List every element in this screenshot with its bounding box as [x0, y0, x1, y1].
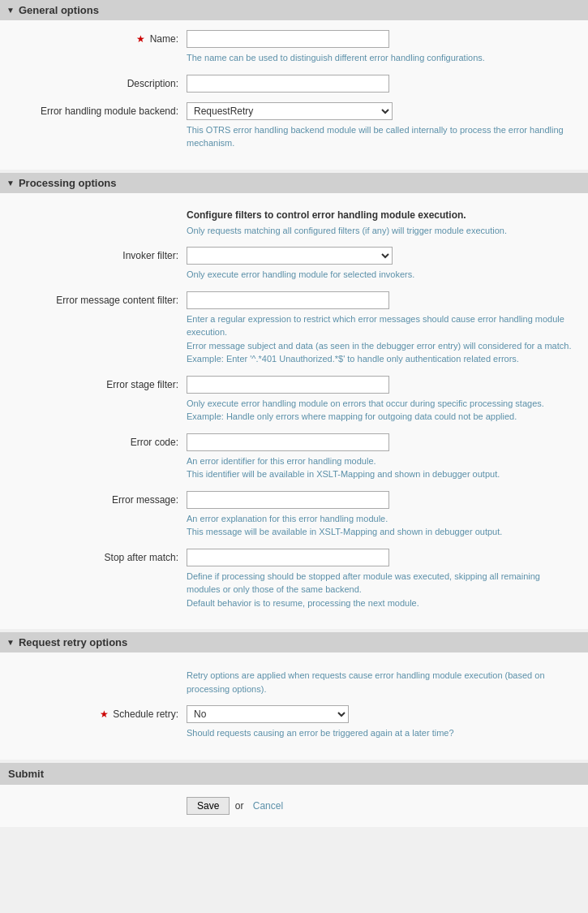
schedule-retry-content: No Should requests causing an error be t… [187, 705, 588, 740]
retry-options-arrow: ▼ [6, 638, 15, 647]
name-field-content: The name can be used to distinguish diff… [187, 30, 588, 65]
invoker-filter-label: Invoker filter: [0, 247, 187, 261]
retry-info-text: Retry options are applied when requests … [187, 669, 576, 696]
error-code-help: An error identifier for this error handl… [187, 454, 576, 481]
error-stage-filter-row: Error stage filter: Only execute error h… [0, 376, 588, 424]
schedule-retry-required-star: ★ [100, 708, 109, 720]
name-required-star: ★ [136, 33, 145, 45]
processing-options-arrow: ▼ [6, 179, 15, 187]
stop-after-match-label: Stop after match: [0, 549, 187, 563]
name-input[interactable] [187, 30, 389, 48]
general-options-arrow: ▼ [6, 6, 15, 15]
stop-after-match-help: Define if processing should be stopped a… [187, 570, 576, 610]
invoker-filter-select[interactable] [187, 247, 393, 265]
name-label: ★ Name: [0, 30, 187, 45]
submit-title: Submit [8, 768, 44, 780]
error-message-input[interactable] [187, 491, 389, 509]
submit-actions: Save or Cancel [0, 785, 588, 827]
schedule-retry-select[interactable]: No [187, 705, 349, 723]
processing-info-block: Configure filters to control error handl… [0, 203, 588, 248]
processing-info-sub: Only requests matching all configured fi… [187, 224, 576, 238]
schedule-retry-label: ★ Schedule retry: [0, 705, 187, 720]
error-stage-filter-input[interactable] [187, 376, 389, 394]
invoker-filter-help: Only execute error handling module for s… [187, 268, 576, 282]
error-message-filter-help: Enter a regular expression to restrict w… [187, 312, 576, 366]
or-text: or [235, 800, 244, 812]
error-message-filter-content: Enter a regular expression to restrict w… [187, 291, 588, 366]
submit-section-header: Submit [0, 763, 588, 785]
error-stage-filter-help: Only execute error handling module on er… [187, 397, 576, 424]
processing-options-title: Processing options [19, 177, 117, 189]
description-label: Description: [0, 75, 187, 89]
error-code-label: Error code: [0, 433, 187, 448]
description-field-content [187, 75, 588, 93]
general-options-header[interactable]: ▼ General options [0, 0, 588, 20]
retry-options-body: Retry options are applied when requests … [0, 652, 588, 760]
invoker-filter-row: Invoker filter: Only execute error handl… [0, 247, 588, 282]
schedule-retry-row: ★ Schedule retry: No Should requests cau… [0, 705, 588, 740]
error-message-filter-input[interactable] [187, 291, 389, 309]
general-options-section: ▼ General options ★ Name: The name can b… [0, 0, 588, 170]
backend-select[interactable]: RequestRetry [187, 102, 393, 120]
error-stage-filter-content: Only execute error handling module on er… [187, 376, 588, 424]
error-message-label: Error message: [0, 491, 187, 506]
schedule-retry-help: Should requests causing an error be trig… [187, 726, 576, 740]
general-options-body: ★ Name: The name can be used to distingu… [0, 20, 588, 170]
retry-options-header[interactable]: ▼ Request retry options [0, 632, 588, 652]
error-message-row: Error message: An error explanation for … [0, 491, 588, 539]
stop-after-match-content: Define if processing should be stopped a… [187, 549, 588, 610]
general-options-title: General options [19, 4, 99, 16]
cancel-link[interactable]: Cancel [253, 800, 283, 812]
retry-options-title: Request retry options [19, 636, 127, 648]
stop-after-match-row: Stop after match: Define if processing s… [0, 549, 588, 610]
error-code-row: Error code: An error identifier for this… [0, 433, 588, 481]
backend-field-row: Error handling module backend: RequestRe… [0, 102, 588, 150]
description-input[interactable] [187, 75, 389, 93]
retry-options-section: ▼ Request retry options Retry options ar… [0, 632, 588, 760]
name-field-row: ★ Name: The name can be used to distingu… [0, 30, 588, 65]
backend-help-text: This OTRS error handling backend module … [187, 123, 576, 150]
processing-info-bold: Configure filters to control error handl… [187, 209, 576, 221]
processing-options-header[interactable]: ▼ Processing options [0, 173, 588, 193]
description-field-row: Description: [0, 75, 588, 93]
invoker-filter-content: Only execute error handling module for s… [187, 247, 588, 282]
backend-field-content: RequestRetry This OTRS error handling ba… [187, 102, 588, 150]
error-message-filter-label: Error message content filter: [0, 291, 187, 306]
error-message-content: An error explanation for this error hand… [187, 491, 588, 539]
error-stage-filter-label: Error stage filter: [0, 376, 187, 390]
stop-after-match-input[interactable] [187, 549, 389, 566]
backend-label: Error handling module backend: [0, 102, 187, 117]
error-message-filter-row: Error message content filter: Enter a re… [0, 291, 588, 366]
processing-options-body: Configure filters to control error handl… [0, 193, 588, 630]
processing-options-section: ▼ Processing options Configure filters t… [0, 173, 588, 630]
retry-info-block: Retry options are applied when requests … [0, 662, 588, 705]
save-button[interactable]: Save [187, 797, 230, 815]
error-code-input[interactable] [187, 433, 389, 451]
error-code-content: An error identifier for this error handl… [187, 433, 588, 481]
error-message-help: An error explanation for this error hand… [187, 512, 576, 539]
name-help-text: The name can be used to distinguish diff… [187, 51, 576, 65]
